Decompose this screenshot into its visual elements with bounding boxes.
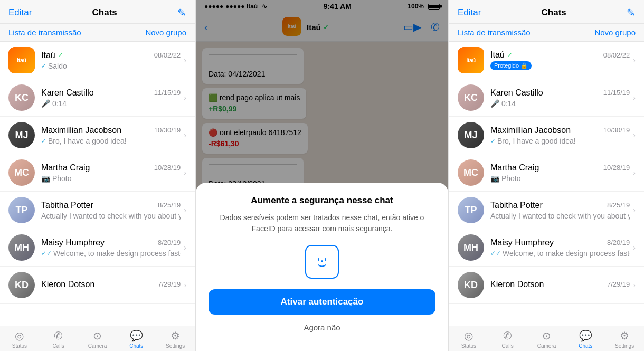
right-chat-martha[interactable]: MC Martha Craig 10/28/19 📷 Photo › (449, 154, 644, 192)
security-overlay: Aumente a segurança nesse chat Dados sen… (196, 0, 448, 351)
left-chat-karen[interactable]: KC Karen Castillo 11/15/19 🎤 0:14 › (0, 79, 195, 117)
left-tab-settings[interactable]: ⚙ Settings (156, 329, 195, 349)
check-icon: ✓ (490, 137, 496, 145)
right-name-tabitha: Tabitha Potter (490, 201, 543, 210)
left-date-tabitha: 8/25/19 (158, 201, 181, 209)
left-transmission-link[interactable]: Lista de transmissão (8, 28, 81, 37)
left-date-max: 10/30/19 (154, 126, 181, 134)
left-tab-status-label: Status (12, 343, 27, 349)
left-name-martha: Martha Craig (41, 163, 90, 173)
right-tab-chats-label: Chats (579, 343, 592, 349)
left-chat-tabitha[interactable]: TP Tabitha Potter 8/25/19 Actually I wan… (0, 192, 195, 229)
left-preview-martha: 📷 Photo (41, 174, 181, 183)
right-date-itau: 08/02/22 (603, 51, 630, 59)
left-compose-button[interactable]: ✎ (177, 6, 186, 19)
left-tab-calls[interactable]: ✆ Calls (39, 329, 78, 349)
right-preview-max: ✓ Bro, I have a good idea! (490, 137, 630, 145)
chevron-icon: › (184, 281, 186, 289)
chevron-icon: › (184, 56, 186, 64)
left-chat-martha[interactable]: MC Martha Craig 10/28/19 📷 Photo › (0, 154, 195, 192)
calls-icon-r: ✆ (503, 329, 512, 342)
left-tab-status[interactable]: ◎ Status (0, 329, 39, 349)
protegido-badge: Protegido 🔒 (490, 61, 532, 70)
right-date-martha: 10/28/19 (603, 164, 630, 172)
check-icon: ✓ (41, 62, 46, 70)
right-transmission-link[interactable]: Lista de transmissão (458, 28, 531, 37)
left-tab-camera[interactable]: ⊙ Camera (78, 329, 117, 349)
right-tab-camera[interactable]: ⊙ Camera (527, 329, 566, 349)
chevron-icon: › (633, 243, 636, 252)
chevron-icon: › (633, 206, 636, 214)
right-quick-links: Lista de transmissão Novo grupo (449, 24, 644, 42)
right-tab-calls[interactable]: ✆ Calls (488, 329, 527, 349)
left-chat-itau[interactable]: itaú Itaú ✓ 08/02/22 ✓ Saldo › (0, 42, 195, 79)
calls-icon: ✆ (54, 329, 63, 342)
right-edit-button[interactable]: Editar (458, 7, 481, 18)
right-avatar-tabitha: TP (458, 197, 484, 223)
left-edit-button[interactable]: Editar (8, 7, 32, 18)
left-avatar-martha: MC (8, 159, 35, 186)
right-tab-bar: ◎ Status ✆ Calls ⊙ Camera 💬 Chats ⚙ Sett… (449, 326, 644, 351)
right-preview-martha: 📷 Photo (490, 174, 630, 183)
left-preview-maisy: ✓✓ Welcome, to make design process faste… (41, 249, 181, 258)
chevron-icon: › (184, 206, 186, 214)
right-tab-status[interactable]: ◎ Status (449, 329, 488, 349)
right-chat-tabitha[interactable]: TP Tabitha Potter 8/25/19 Actually I wan… (449, 192, 644, 229)
right-name-itau: Itaú ✓ (490, 50, 513, 60)
right-tab-settings[interactable]: ⚙ Settings (605, 329, 644, 349)
right-chat-itau[interactable]: itaú Itaú ✓ 08/02/22 Protegido 🔒 › (449, 42, 644, 79)
right-avatar-maisy: MH (458, 234, 484, 261)
right-compose-button[interactable]: ✎ (627, 6, 636, 19)
right-date-tabitha: 8/25/19 (607, 201, 630, 209)
right-avatar-itau: itaú (458, 47, 484, 73)
left-avatar-tabitha: TP (8, 197, 35, 223)
right-name-karen: Karen Castillo (490, 88, 543, 98)
check2-icon: ✓✓ (41, 250, 52, 257)
settings-icon: ⚙ (171, 329, 180, 342)
right-new-group-link[interactable]: Novo grupo (594, 28, 636, 37)
right-name-kieron: Kieron Dotson (490, 280, 544, 289)
left-quick-links: Lista de transmissão Novo grupo (0, 24, 195, 42)
right-date-karen: 11/15/19 (603, 89, 630, 97)
right-tab-camera-label: Camera (537, 343, 556, 349)
right-avatar-max: MJ (458, 122, 484, 148)
chevron-icon: › (184, 131, 186, 139)
right-preview-itau: Protegido 🔒 (490, 61, 630, 70)
right-chat-karen[interactable]: KC Karen Castillo 11/15/19 🎤 0:14 › (449, 79, 644, 117)
left-name-maisy: Maisy Humphrey (41, 238, 105, 248)
svg-rect-1 (325, 258, 326, 261)
not-now-button[interactable]: Agora não (301, 321, 342, 334)
right-avatar-kieron: KD (458, 272, 484, 298)
right-date-max: 10/30/19 (603, 126, 630, 134)
left-avatar-maisy: MH (8, 234, 35, 261)
left-avatar-itau: itaú (8, 47, 35, 73)
left-name-kieron: Kieron Dotson (41, 280, 94, 289)
left-preview-karen: 🎤 0:14 (41, 99, 181, 108)
svg-rect-0 (318, 258, 319, 261)
right-chat-max[interactable]: MJ Maximillian Jacobson 10/30/19 ✓ Bro, … (449, 117, 644, 154)
left-chat-maisy[interactable]: MH Maisy Humphrey 8/20/19 ✓✓ Welcome, to… (0, 229, 195, 267)
verified-icon: ✓ (58, 51, 63, 59)
right-chat-kieron[interactable]: KD Kieron Dotson 7/29/19 › (449, 267, 644, 304)
right-tab-chats[interactable]: 💬 Chats (566, 329, 605, 349)
left-tab-chats[interactable]: 💬 Chats (117, 329, 156, 349)
chevron-icon: › (184, 243, 186, 252)
left-preview-itau: ✓ Saldo (41, 62, 181, 70)
left-chat-max[interactable]: MJ Maximillian Jacobson 10/30/19 ✓ Bro, … (0, 117, 195, 154)
left-preview-max: ✓ Bro, I have a good idea! (41, 137, 181, 145)
left-tab-bar: ◎ Status ✆ Calls ⊙ Camera 💬 Chats ⚙ Sett… (0, 326, 195, 351)
right-avatar-martha: MC (458, 159, 484, 186)
left-chat-kieron[interactable]: KD Kieron Dotson 7/29/19 › (0, 267, 195, 304)
right-tab-settings-label: Settings (615, 343, 634, 349)
right-header-title: Chats (542, 7, 566, 18)
left-preview-tabitha: Actually I wanted to check with you abou… (41, 212, 181, 220)
svg-rect-2 (321, 260, 323, 262)
right-tab-calls-label: Calls (502, 343, 514, 349)
right-preview-maisy: ✓✓ Welcome, to make design process faste… (490, 249, 630, 258)
activate-auth-button[interactable]: Ativar autenticação (209, 289, 435, 315)
middle-panel: ●●●●● ●●●●● Itaú ∿ 9:41 AM 100% ‹ itaú I… (195, 0, 449, 351)
left-new-group-link[interactable]: Novo grupo (145, 28, 186, 37)
right-name-martha: Martha Craig (490, 163, 539, 173)
right-chat-maisy[interactable]: MH Maisy Humphrey 8/20/19 ✓✓ Welcome, to… (449, 229, 644, 267)
chevron-icon: › (633, 93, 636, 102)
